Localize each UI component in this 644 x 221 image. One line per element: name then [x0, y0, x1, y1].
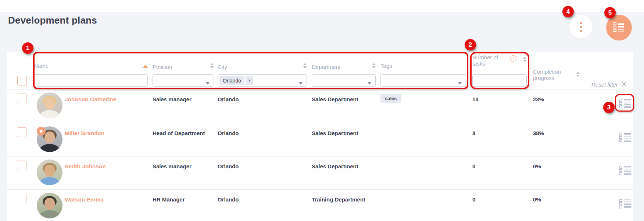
column-header-name[interactable]: Name	[34, 63, 148, 69]
progress-cell: 0%	[533, 157, 586, 189]
column-header-tags[interactable]: Tags	[380, 63, 466, 69]
chip-label: Orlando	[219, 76, 244, 85]
kebab-vertical-icon	[580, 22, 582, 32]
sort-arrows-icon[interactable]	[303, 63, 307, 70]
table-row: Miller Brandon Head of Department Orland…	[7, 123, 633, 157]
employee-name-link[interactable]: Johnson Catherine	[65, 96, 116, 123]
employee-cell: Johnson Catherine	[34, 90, 153, 123]
page-title: Development plans	[8, 15, 97, 26]
row-checklist-icon[interactable]	[619, 165, 632, 177]
tags-cell	[380, 157, 472, 189]
column-name: Name	[34, 52, 153, 89]
chip-remove-icon[interactable]	[246, 76, 254, 85]
development-plans-table: Name Position	[7, 52, 633, 221]
tasks-cell: 0	[472, 190, 533, 221]
column-tags: Tags	[380, 52, 472, 89]
employee-name-link[interactable]: Miller Brandon	[65, 130, 105, 156]
tasks-cell: 13	[472, 90, 533, 123]
column-progress: Completion progress	[533, 52, 586, 89]
actions-cell	[586, 123, 633, 156]
select-all-cell	[7, 52, 34, 89]
sort-arrows-icon[interactable]	[576, 71, 580, 78]
row-checkbox[interactable]	[17, 94, 26, 103]
row-select-cell	[7, 90, 34, 123]
city-filter-chip: Orlando	[219, 76, 253, 85]
chevron-down-icon	[205, 80, 210, 86]
sort-asc-icon[interactable]	[143, 63, 148, 69]
column-department: Department	[312, 52, 380, 89]
tag-chip: sales	[380, 94, 401, 103]
avatar	[37, 193, 62, 218]
city-cell: Orlando	[218, 123, 312, 156]
employee-cell: Smith Johnson	[34, 157, 153, 189]
city-cell: Orlando	[218, 190, 312, 221]
actions-cell	[586, 90, 633, 123]
column-header-tasks[interactable]: Number of tasks	[472, 54, 527, 67]
column-actions: Reset filter	[586, 52, 633, 89]
avatar	[37, 159, 62, 185]
table-row: Johnson Catherine Sales manager Orlando …	[7, 90, 633, 123]
chevron-down-icon	[458, 80, 462, 86]
column-position: Position	[153, 52, 218, 89]
sort-arrows-icon[interactable]	[372, 63, 376, 70]
actions-cell	[586, 190, 633, 221]
column-header-position[interactable]: Position	[153, 63, 214, 70]
checklist-icon	[613, 22, 625, 33]
table-row: Watson Emma HR Manager Orlando Training …	[7, 190, 633, 221]
position-cell: Head of Department	[153, 123, 218, 156]
actions-cell	[586, 157, 633, 189]
avatar	[37, 92, 62, 118]
column-header-department[interactable]: Department	[312, 63, 376, 70]
tags-cell	[380, 190, 472, 221]
city-cell: Orlando	[218, 90, 312, 123]
info-circle-icon[interactable]	[510, 55, 516, 62]
employee-cell: Miller Brandon	[34, 123, 153, 156]
row-checklist-icon[interactable]	[619, 199, 632, 210]
select-all-checkbox[interactable]	[17, 76, 27, 85]
tasks-cell: 0	[472, 157, 533, 189]
city-cell: Orlando	[218, 157, 312, 189]
row-select-cell	[7, 157, 34, 189]
row-checkbox[interactable]	[17, 161, 26, 170]
city-filter-select[interactable]: Orlando	[218, 74, 307, 87]
chevron-down-icon	[298, 80, 303, 86]
assignments-button[interactable]	[606, 15, 632, 41]
annotation-badge-2: 2	[465, 39, 476, 50]
progress-cell: 38%	[533, 123, 586, 156]
close-x-icon	[621, 81, 627, 88]
row-checklist-icon[interactable]	[619, 132, 632, 144]
tags-filter-select[interactable]	[380, 74, 466, 87]
tags-cell: sales	[380, 90, 472, 123]
department-cell: Sales Department	[312, 90, 380, 123]
reset-filter-button[interactable]: Reset filter	[591, 81, 627, 88]
sort-arrows-icon[interactable]	[210, 63, 214, 70]
name-filter-input[interactable]	[34, 74, 148, 87]
department-cell: Training Department	[312, 190, 380, 221]
position-cell: Sales manager	[153, 157, 218, 189]
row-select-cell	[7, 190, 34, 221]
department-filter-select[interactable]	[312, 74, 376, 87]
employee-name-link[interactable]: Smith Johnson	[65, 163, 106, 189]
row-checklist-icon[interactable]	[619, 98, 632, 110]
column-header-progress[interactable]: Completion progress	[533, 69, 580, 81]
employee-name-link[interactable]: Watson Emma	[65, 196, 104, 221]
position-cell: Sales manager	[153, 90, 218, 123]
column-header-city[interactable]: City	[218, 63, 307, 70]
progress-cell: 23%	[533, 90, 586, 123]
row-checkbox[interactable]	[17, 127, 26, 137]
table-row: Smith Johnson Sales manager Orlando Sale…	[7, 157, 633, 190]
position-cell: HR Manager	[153, 190, 218, 221]
department-cell: Sales Department	[312, 157, 380, 189]
row-select-cell	[7, 123, 34, 156]
tasks-cell: 8	[472, 123, 533, 156]
position-filter-select[interactable]	[153, 74, 214, 87]
column-tasks: Number of tasks	[472, 52, 533, 89]
tags-cell	[380, 123, 472, 156]
more-actions-button[interactable]	[569, 15, 593, 39]
row-checkbox[interactable]	[17, 194, 26, 203]
tasks-filter-input[interactable]	[472, 74, 527, 87]
sort-arrows-icon[interactable]	[523, 56, 527, 64]
star-badge-icon	[37, 127, 46, 136]
column-city: City Orlando	[218, 52, 312, 89]
employee-cell: Watson Emma	[34, 190, 153, 221]
